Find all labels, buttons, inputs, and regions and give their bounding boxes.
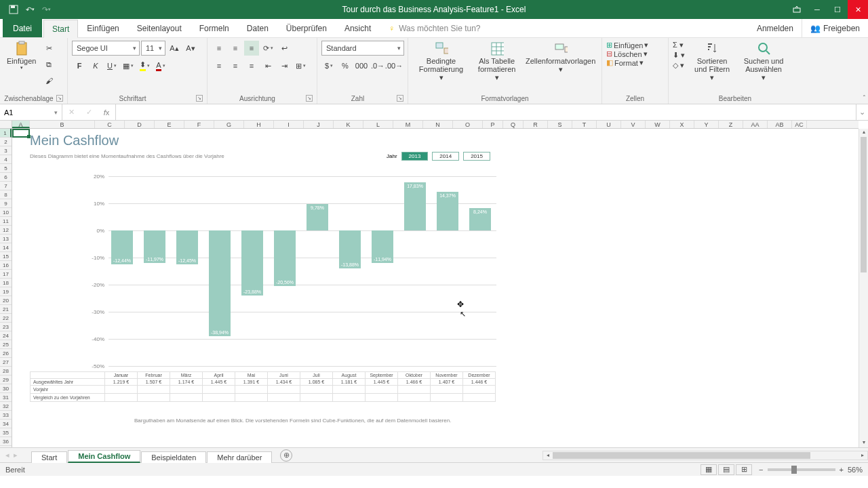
share-button[interactable]: 👥Freigeben [802,19,868,37]
italic-button[interactable]: K [88,58,103,73]
sheet-tab-sample[interactable]: Beispieldaten [141,451,206,463]
column-headers[interactable]: ABCDEFGHIJKLMNOPQRSTUVWXYZAAABAC [12,121,859,129]
year-2013-button[interactable]: 2013 [401,152,429,161]
align-center-icon[interactable]: ≡ [228,58,243,73]
paste-button[interactable]: Einfügen▾ [4,41,39,72]
underline-button[interactable]: U [104,58,119,73]
tab-formulas[interactable]: Formeln [191,19,238,37]
fx-icon[interactable]: fx [98,108,115,117]
tab-start[interactable]: Start [43,20,78,38]
normal-view-icon[interactable]: ▦ [701,464,717,475]
sort-filter-button[interactable]: Sortieren und Filtern ▾ [688,41,736,83]
enter-formula-icon[interactable]: ✓ [80,108,98,117]
cancel-formula-icon[interactable]: ✕ [62,108,80,117]
fill-color-icon[interactable]: ⬍ [137,58,152,73]
horizontal-scrollbar[interactable]: ◂ ▸ [542,451,868,460]
close-icon[interactable]: ✕ [848,0,868,19]
sheet-canvas[interactable]: Mein Cashflow Dieses Diagramm bietet ein… [12,129,859,447]
cashflow-chart[interactable]: 20%10%0%-10%-20%-30%-40%-50%-12,44%-11,9… [84,176,496,366]
autosum-icon[interactable]: Σ ▾ [673,41,684,49]
tab-view[interactable]: Ansicht [336,19,380,37]
ribbon-options-icon[interactable] [787,0,807,19]
grow-font-icon[interactable]: A▴ [167,41,182,56]
orientation-icon[interactable]: ⟳ [260,41,275,56]
save-icon[interactable] [8,4,19,15]
delete-cells-button[interactable]: Löschen [614,50,642,58]
percent-icon[interactable]: % [338,58,353,73]
conditional-formatting-button[interactable]: Bedingte Formatierung ▾ [412,41,470,83]
scroll-left-icon[interactable]: ◂ [543,452,553,458]
cell-styles-button[interactable]: Zellenformatvorlagen ▾ [524,41,597,75]
scroll-thumb[interactable] [861,137,867,272]
tab-pagelayout[interactable]: Seitenlayout [128,19,191,37]
vertical-scrollbar[interactable]: ▴ ▾ [859,129,868,447]
merge-icon[interactable]: ⊞ [293,58,308,73]
font-size-combo[interactable]: 11 [141,41,165,56]
tab-data[interactable]: Daten [238,19,277,37]
number-format-combo[interactable]: Standard [321,41,404,56]
zoom-in-icon[interactable]: + [840,466,844,474]
dialog-launcher-icon[interactable]: ↘ [397,95,403,102]
dialog-launcher-icon[interactable]: ↘ [196,95,203,102]
format-as-table-button[interactable]: Als Tabelle formatieren ▾ [473,41,521,83]
tab-insert[interactable]: Einfügen [78,19,127,37]
align-right-icon[interactable]: ≡ [244,58,259,73]
accounting-icon[interactable]: $ [321,58,336,73]
indent-decrease-icon[interactable]: ⇤ [260,58,275,73]
indent-increase-icon[interactable]: ⇥ [277,58,292,73]
tab-review[interactable]: Überprüfen [277,19,336,37]
year-2015-button[interactable]: 2015 [463,152,490,161]
format-cells-button[interactable]: Format [614,59,638,67]
zoom-level[interactable]: 56% [848,466,863,474]
align-top-icon[interactable]: ≡ [212,41,226,56]
insert-cells-button[interactable]: Einfügen [614,41,643,49]
undo-icon[interactable]: ↶▾ [24,4,35,15]
comma-icon[interactable]: 000 [354,58,369,73]
page-break-view-icon[interactable]: ⊞ [736,464,752,475]
hscroll-thumb[interactable] [553,452,810,459]
align-bottom-icon[interactable]: ≡ [244,41,259,56]
shrink-font-icon[interactable]: A▾ [183,41,198,56]
bold-button[interactable]: F [72,58,87,73]
copy-icon[interactable]: ⧉ [41,57,56,72]
add-sheet-button[interactable]: ⊕ [280,449,292,462]
tab-file[interactable]: Datei [3,19,42,37]
tell-me[interactable]: ♀Was möchten Sie tun? [380,19,489,37]
sheet-tab-more[interactable]: Mehr darüber [207,451,272,463]
scroll-down-icon[interactable]: ▾ [859,439,868,447]
select-all-corner[interactable] [0,121,12,129]
clear-icon[interactable]: ◇ ▾ [673,61,684,70]
cut-icon[interactable]: ✂ [41,41,56,56]
dialog-launcher-icon[interactable]: ↘ [56,95,63,102]
sheet-tab-cashflow[interactable]: Mein Cashflow [68,450,140,463]
scroll-right-icon[interactable]: ▸ [858,452,867,458]
spreadsheet-grid[interactable]: ABCDEFGHIJKLMNOPQRSTUVWXYZAAABAC 1234567… [0,121,868,447]
collapse-ribbon-icon[interactable]: ˆ [863,95,865,102]
zoom-out-icon[interactable]: − [759,466,763,474]
redo-icon[interactable]: ↷▾ [41,4,52,15]
year-2014-button[interactable]: 2014 [432,152,459,161]
decrease-decimal-icon[interactable]: .00→ [387,58,401,73]
align-middle-icon[interactable]: ≡ [228,41,243,56]
sign-in-button[interactable]: Anmelden [749,19,802,37]
sheet-tab-start[interactable]: Start [31,451,67,463]
fill-icon[interactable]: ⬇ ▾ [673,51,685,60]
page-layout-view-icon[interactable]: ▤ [718,464,734,475]
row-headers[interactable]: 1234567891011121314151617181920212223242… [0,129,12,447]
formula-input[interactable] [116,104,856,120]
align-left-icon[interactable]: ≡ [212,58,226,73]
zoom-slider[interactable] [768,468,835,471]
border-icon[interactable]: ▦ [121,58,136,73]
increase-decimal-icon[interactable]: .0→ [370,58,385,73]
expand-formula-bar-icon[interactable]: ⌄ [856,104,868,120]
name-box[interactable]: A1 [0,104,62,120]
wrap-text-icon[interactable]: ↩ [277,41,292,56]
format-painter-icon[interactable]: 🖌 [41,73,56,88]
minimize-icon[interactable]: ─ [807,0,827,19]
tab-nav-next-icon[interactable]: ▸ [14,451,18,460]
dialog-launcher-icon[interactable]: ↘ [306,95,313,102]
tab-nav-prev-icon[interactable]: ◂ [5,451,9,460]
font-name-combo[interactable]: Segoe UI [72,41,140,56]
find-select-button[interactable]: Suchen und Auswählen ▾ [739,41,788,83]
scroll-up-icon[interactable]: ▴ [859,129,868,137]
